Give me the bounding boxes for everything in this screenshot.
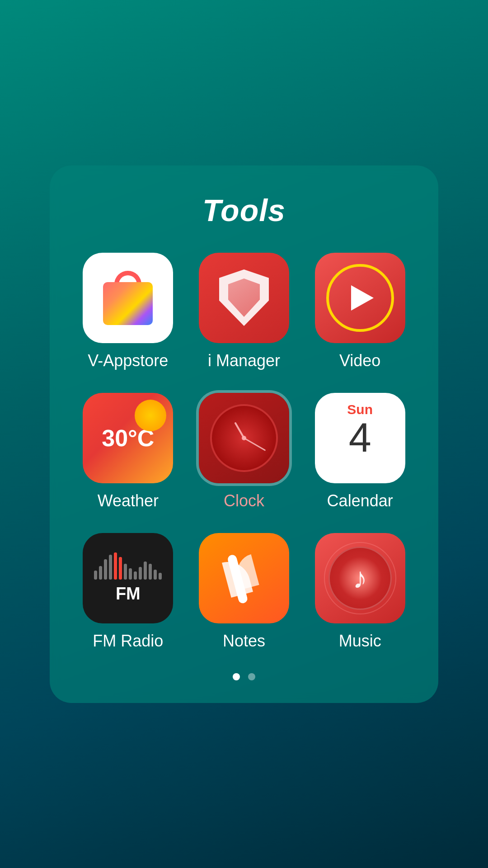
app-icon-vappstore: [83, 253, 173, 343]
fm-bar: [149, 564, 152, 580]
pagination-dots: [233, 673, 255, 680]
app-label-imanager: i Manager: [208, 351, 280, 370]
clock-face: [210, 404, 278, 472]
app-label-music: Music: [339, 632, 381, 651]
calendar-day-number: 4: [349, 417, 371, 458]
fm-bar: [94, 571, 97, 580]
bag-shape: [103, 271, 153, 325]
app-icon-notes: [199, 533, 289, 623]
app-item-clock[interactable]: Clock: [193, 393, 296, 510]
fm-bar: [159, 573, 162, 580]
folder-title: Tools: [202, 193, 286, 228]
app-label-clock: Clock: [224, 491, 264, 510]
app-label-notes: Notes: [223, 632, 265, 651]
app-item-vappstore[interactable]: V-Appstore: [77, 253, 179, 370]
fm-bar: [119, 557, 122, 580]
fm-bars: [94, 552, 162, 580]
pagination-dot-2[interactable]: [248, 673, 255, 680]
app-label-weather: Weather: [98, 491, 159, 510]
fm-bar: [139, 567, 142, 580]
fm-bar: [114, 552, 117, 580]
app-icon-fmradio: FM: [83, 533, 173, 623]
app-icon-music: ♪: [315, 533, 405, 623]
fm-bar: [129, 568, 132, 580]
app-label-vappstore: V-Appstore: [88, 351, 168, 370]
fm-bar: [154, 570, 157, 580]
app-item-video[interactable]: Video: [309, 253, 411, 370]
app-label-calendar: Calendar: [327, 491, 393, 510]
bag-body: [103, 282, 153, 325]
app-icon-video: [315, 253, 405, 343]
folder-widget: Tools V-Appstore i Manager: [50, 165, 438, 703]
video-ring: [326, 264, 394, 332]
app-icon-calendar: Sun 4: [315, 393, 405, 483]
app-grid: V-Appstore i Manager Video 30°: [77, 253, 411, 651]
app-label-video: Video: [339, 351, 380, 370]
feather-icon: [224, 553, 264, 603]
music-outer-ring: [324, 542, 396, 614]
shield-inner: [228, 278, 260, 317]
shield-icon: [219, 269, 269, 326]
fm-bar: [99, 566, 102, 580]
app-icon-weather: 30°C: [83, 393, 173, 483]
play-icon: [351, 285, 374, 311]
app-item-calendar[interactable]: Sun 4 Calendar: [309, 393, 411, 510]
app-item-music[interactable]: ♪ Music: [309, 533, 411, 651]
fm-bar: [109, 555, 112, 580]
fm-bar: [144, 561, 147, 580]
app-icon-imanager: [199, 253, 289, 343]
fm-bar: [104, 559, 107, 580]
fm-bar: [124, 564, 127, 580]
app-item-fmradio[interactable]: FM FM Radio: [77, 533, 179, 651]
clock-center-dot: [242, 436, 246, 440]
app-item-imanager[interactable]: i Manager: [193, 253, 296, 370]
sun-icon: [135, 400, 166, 431]
fm-bar: [134, 571, 137, 580]
app-item-weather[interactable]: 30°C Weather: [77, 393, 179, 510]
app-label-fmradio: FM Radio: [93, 632, 163, 651]
pagination-dot-1[interactable]: [233, 673, 240, 680]
app-item-notes[interactable]: Notes: [193, 533, 296, 651]
fm-label-text: FM: [116, 584, 141, 604]
clock-minute-hand: [244, 437, 266, 451]
app-icon-clock: [199, 393, 289, 483]
